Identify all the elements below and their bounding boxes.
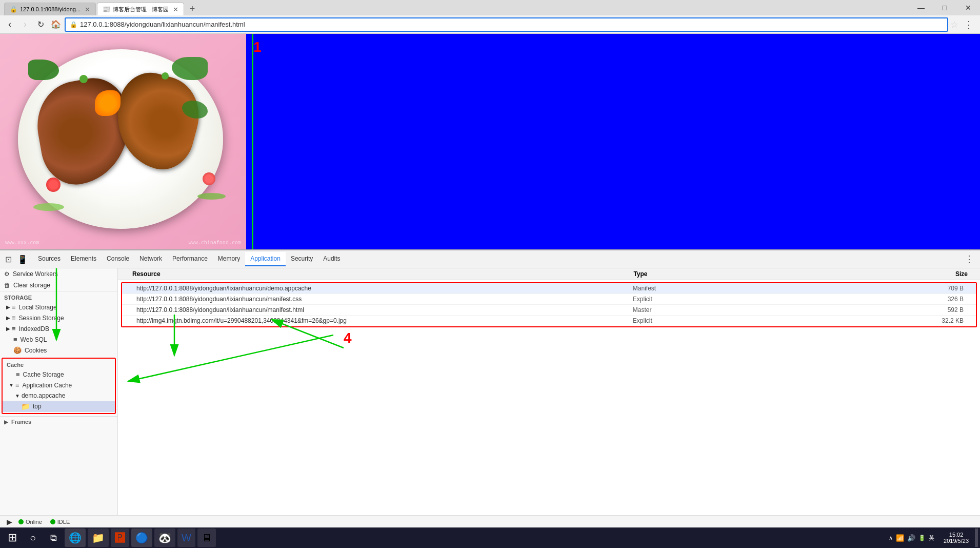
sidebar-item-application-cache[interactable]: ▼ ≡ Application Cache xyxy=(3,380,115,390)
close-btn[interactable]: ✕ xyxy=(956,0,980,15)
taskbar-app-app2[interactable]: 🖥 xyxy=(197,529,216,547)
folder-icon-top: 📁 xyxy=(21,402,30,410)
sidebar-label-indexeddb: IndexedDB xyxy=(19,325,49,332)
tray-expand[interactable]: ∧ xyxy=(889,535,893,541)
table-row[interactable]: http://127.0.0.1:8088/yidongduan/lixianh… xyxy=(122,305,976,316)
sidebar-label-session-storage: Session Storage xyxy=(19,315,64,322)
tab-performance[interactable]: Performance xyxy=(167,252,213,266)
tab-1[interactable]: 🔒 127.0.0.1:8088/yidong... ✕ xyxy=(4,3,96,15)
service-workers-icon: ⚙ xyxy=(4,270,10,278)
sidebar-section-storage: Storage xyxy=(0,291,117,302)
table-header: Resource Type Size xyxy=(118,268,980,280)
new-tab-btn[interactable]: + xyxy=(185,3,199,15)
taskbar-app-explorer[interactable]: 📁 xyxy=(88,529,109,547)
row-expand-3 xyxy=(126,306,136,314)
task-view-btn[interactable]: ⧉ xyxy=(43,529,64,547)
devtools-icon-device[interactable]: 📱 xyxy=(16,253,29,265)
tray-battery[interactable]: 🔋 xyxy=(918,535,926,541)
address-input[interactable] xyxy=(80,21,943,28)
food-image: www.xxx.com www.chinafood.com xyxy=(0,34,246,249)
tab-2[interactable]: 📰 博客后台管理 - 博客园 ✕ xyxy=(97,3,184,15)
sidebar-item-cache-storage[interactable]: ≡ Cache Storage xyxy=(3,369,115,380)
taskbar: ⊞ ○ ⧉ 🌐 📁 🅿 🔵 🐼 W 🖥 ∧ 📶 🔊 🔋 英 15:02 2019… xyxy=(0,527,980,548)
cell-type-3: Master xyxy=(633,306,798,314)
tray-keyboard[interactable]: 英 xyxy=(929,534,934,542)
cell-size-2: 326 B xyxy=(798,296,972,303)
taskbar-app-powerpoint[interactable]: 🅿 xyxy=(111,529,129,547)
browser-menu-icon[interactable]: ⋮ xyxy=(961,18,977,31)
tab-favicon-1: 🔒 xyxy=(10,6,17,13)
sidebar-cache-section-highlight: Cache ≡ Cache Storage ▼ ≡ Application Ca… xyxy=(2,358,116,414)
sidebar-item-demo-appcache[interactable]: ▼ demo.appcache xyxy=(3,390,115,401)
devtools-panel: ⊡ 📱 Sources Elements Console Network Per… xyxy=(0,249,980,527)
tab-security[interactable]: Security xyxy=(286,252,318,266)
taskbar-app-chrome[interactable]: 🔵 xyxy=(131,529,152,547)
tray-volume[interactable]: 🔊 xyxy=(907,534,915,542)
sidebar-item-service-workers[interactable]: ⚙ Service Workers xyxy=(0,268,117,280)
sidebar-item-clear-storage[interactable]: 🗑 Clear storage xyxy=(0,280,117,291)
table-row[interactable]: http://127.0.0.1:8088/yidongduan/lixianh… xyxy=(122,294,976,305)
annotation-1: 1 xyxy=(253,39,262,55)
expand-col xyxy=(122,270,132,278)
sidebar-item-session-storage[interactable]: ▶ ≡ Session Storage xyxy=(0,312,117,323)
maximize-btn[interactable]: □ xyxy=(933,0,956,15)
expand-sidebar-btn[interactable]: ▶ xyxy=(4,517,14,527)
tab-favicon-2: 📰 xyxy=(103,6,110,13)
devtools-icon-inspect[interactable]: ⊡ xyxy=(2,253,14,265)
tab-network[interactable]: Network xyxy=(134,252,167,266)
table-row[interactable]: http://img4.imgtn.bdimg.com/it/u=2990488… xyxy=(122,316,976,326)
sidebar-item-top[interactable]: 📁 top xyxy=(3,401,115,412)
annotation-4: 4 xyxy=(344,330,352,346)
expand-icon-appcache: ▼ xyxy=(9,382,14,388)
sidebar-label-cache-storage: Cache Storage xyxy=(23,371,64,378)
minimize-btn[interactable]: — xyxy=(909,0,933,15)
sidebar: ⚙ Service Workers 🗑 Clear storage Storag… xyxy=(0,268,118,515)
status-online: Online xyxy=(18,519,42,525)
tab-title-2: 博客后台管理 - 博客园 xyxy=(113,6,169,13)
taskbar-app-app1[interactable]: 🐼 xyxy=(154,529,175,547)
sidebar-item-cookies[interactable]: 🍪 Cookies xyxy=(0,345,117,356)
address-bar-row: ‹ › ↻ 🏠 🔒 ☆ ⋮ xyxy=(0,15,980,34)
address-box[interactable]: 🔒 xyxy=(65,17,948,32)
cell-resource-2: http://127.0.0.1:8088/yidongduan/lixianh… xyxy=(136,296,633,303)
taskbar-clock[interactable]: 15:02 2019/5/23 xyxy=(938,532,974,544)
sidebar-label-application-cache: Application Cache xyxy=(23,382,72,389)
tray-network[interactable]: 📶 xyxy=(896,534,904,542)
cell-size-4: 32.2 KB xyxy=(798,317,972,324)
sidebar-item-indexeddb[interactable]: ▶ ≡ IndexedDB xyxy=(0,323,117,334)
forward-btn[interactable]: › xyxy=(18,18,32,31)
taskbar-app-ie[interactable]: 🌐 xyxy=(65,529,86,547)
table-rows-highlight: http://127.0.0.1:8088/yidongduan/lixianh… xyxy=(121,282,977,327)
expand-icon-session: ▶ xyxy=(6,315,10,321)
bookmark-icon[interactable]: ☆ xyxy=(950,19,958,30)
page-content: www.xxx.com www.chinafood.com 1 xyxy=(0,34,980,249)
table-row[interactable]: http://127.0.0.1:8088/yidongduan/lixianh… xyxy=(122,283,976,294)
search-btn[interactable]: ○ xyxy=(23,529,43,547)
refresh-btn[interactable]: ↻ xyxy=(34,18,47,31)
tab-application[interactable]: Application xyxy=(245,252,286,266)
tab-memory[interactable]: Memory xyxy=(213,252,245,266)
tab-close-2[interactable]: ✕ xyxy=(173,6,178,13)
cell-resource-4: http://img4.imgtn.bdimg.com/it/u=2990488… xyxy=(136,317,633,324)
cell-type-2: Explicit xyxy=(633,296,798,303)
tab-close-1[interactable]: ✕ xyxy=(85,6,90,13)
sidebar-item-websql[interactable]: ≡ Web SQL xyxy=(0,334,117,345)
websql-icon: ≡ xyxy=(13,336,17,343)
tab-console[interactable]: Console xyxy=(102,252,134,266)
start-btn[interactable]: ⊞ xyxy=(2,529,23,547)
browser-window: 🔒 127.0.0.1:8088/yidong... ✕ 📰 博客后台管理 - … xyxy=(0,0,980,527)
back-btn[interactable]: ‹ xyxy=(3,18,16,31)
taskbar-app-word[interactable]: W xyxy=(177,529,195,547)
show-desktop-btn[interactable] xyxy=(975,529,978,547)
sidebar-label-clear-storage: Clear storage xyxy=(13,282,50,289)
tab-sources[interactable]: Sources xyxy=(33,252,66,266)
sidebar-label-frames: Frames xyxy=(11,419,31,425)
home-btn[interactable]: 🏠 xyxy=(49,18,63,31)
window-controls: — □ ✕ xyxy=(909,0,980,15)
tab-elements[interactable]: Elements xyxy=(66,252,102,266)
devtools-more-btn[interactable]: ⋮ xyxy=(961,253,978,265)
cell-resource-3: http://127.0.0.1:8088/yidongduan/lixianh… xyxy=(136,306,633,314)
tab-audits[interactable]: Audits xyxy=(318,252,345,266)
sidebar-item-local-storage[interactable]: ▶ ≡ Local Storage xyxy=(0,302,117,312)
expand-icon-local: ▶ xyxy=(6,304,10,310)
